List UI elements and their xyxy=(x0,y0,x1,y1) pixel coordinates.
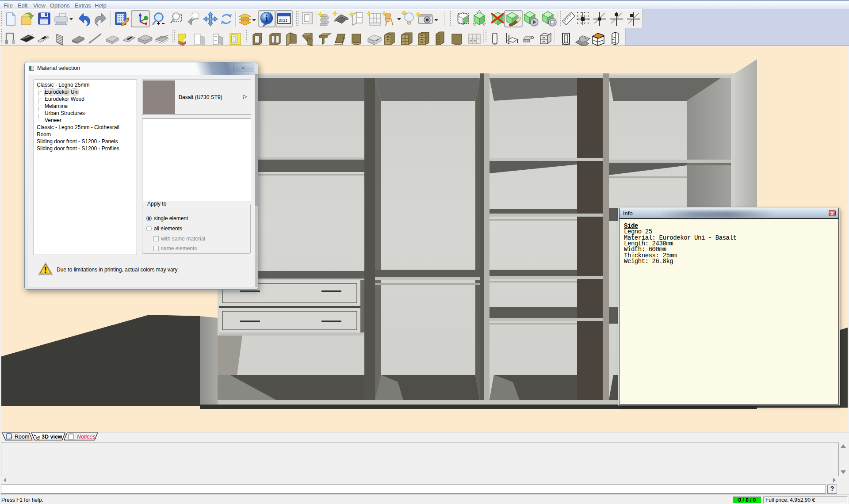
svg-text:Room: Room xyxy=(15,434,29,440)
svg-text:dx2I: dx2I xyxy=(279,19,287,23)
svg-text:i: i xyxy=(265,13,268,24)
svg-text:3D view: 3D view xyxy=(42,434,62,440)
svg-text:Notices: Notices xyxy=(77,434,96,440)
svg-text:x: x xyxy=(831,211,834,216)
